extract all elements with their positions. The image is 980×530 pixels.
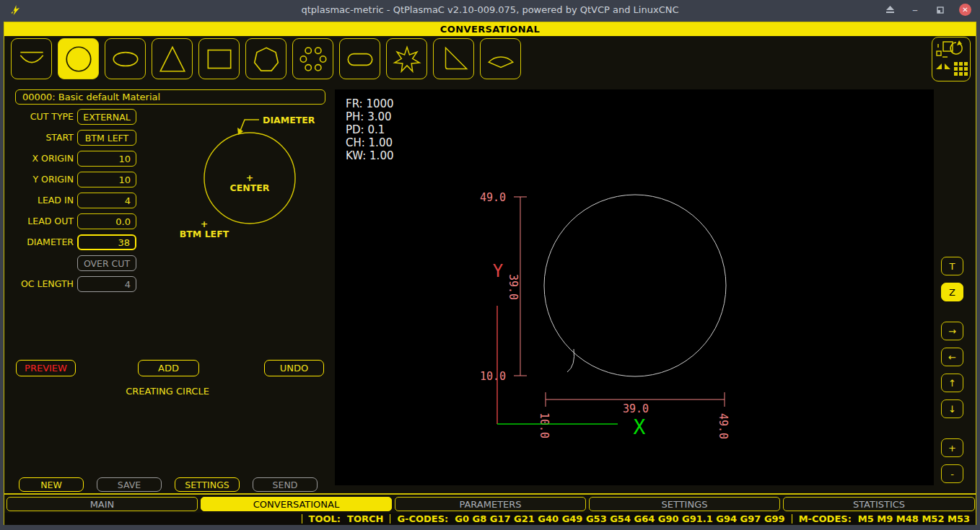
oc-length-label: OC LENGTH	[4, 276, 74, 292]
diameter-label: DIAMETER	[4, 234, 74, 250]
tab-statistics[interactable]: STATISTICS	[783, 497, 975, 511]
lead-in-input[interactable]	[77, 193, 136, 208]
tab-conversational[interactable]: CONVERSATIONAL	[201, 497, 392, 511]
app-window: qtplasmac-metric - QtPlasmaC v2.10-009.0…	[0, 0, 980, 530]
circle-icon	[62, 43, 95, 76]
x-origin-label: X ORIGIN	[4, 151, 74, 167]
view-z-button[interactable]: Z	[941, 283, 963, 301]
shape-gusset-button[interactable]	[433, 38, 474, 79]
gcodes-value: G0 G8 G17 G21 G40 G49 G53 G54 G64 G90 G9…	[455, 513, 784, 524]
shape-triangle-button[interactable]	[152, 38, 193, 79]
triangle-icon	[156, 43, 189, 76]
save-button[interactable]: SAVE	[97, 477, 162, 492]
pan-up-button[interactable]: ↑	[941, 374, 963, 392]
x-axis-label: X	[634, 415, 646, 439]
close-button[interactable]: ✕	[959, 4, 971, 16]
conversational-status-text: CREATING CIRCLE	[4, 386, 331, 397]
shape-circle-button[interactable]	[58, 38, 99, 79]
mcodes-value: M5 M9 M48 M52 M53	[858, 513, 970, 524]
undo-button[interactable]: UNDO	[264, 360, 324, 376]
polygon-icon	[250, 43, 283, 76]
y-axis-label: Y	[493, 261, 504, 281]
tool-value: TORCH	[347, 513, 383, 524]
tabbar-separator	[4, 493, 976, 495]
x-origin-input[interactable]	[77, 151, 136, 167]
lead-in-label: LEAD IN	[4, 193, 74, 208]
statusbar: TOOL: TORCH G-CODES: G0 G8 G17 G21 G40 G…	[4, 513, 976, 525]
dim-h-right: 49.0	[717, 413, 730, 439]
gcodes-label: G-CODES:	[397, 513, 448, 524]
shape-ellipse-button[interactable]	[105, 38, 146, 79]
tool-label: TOOL:	[309, 513, 341, 524]
lead-out-label: LEAD OUT	[4, 213, 74, 229]
add-button[interactable]: ADD	[138, 360, 199, 376]
shape-polygon-button[interactable]	[245, 38, 286, 79]
gcode-preview-viewport: FR: 1000 PH: 3.00 PD: 0.1 CH: 1.00 KW: 1…	[335, 89, 934, 485]
preview-drawing: 49.0 39.0 10.0 39.0 10.0 49.0 Y X	[335, 89, 934, 485]
statusbar-separator	[390, 514, 390, 524]
statusbar-separator	[792, 514, 792, 524]
y-origin-label: Y ORIGIN	[4, 172, 74, 187]
diagram-center-label: CENTER	[230, 182, 270, 193]
start-button[interactable]: BTM LEFT	[77, 130, 136, 146]
shape-sector-button[interactable]	[480, 38, 521, 79]
shape-slot-button[interactable]	[339, 38, 380, 79]
dim-v-top: 49.0	[480, 191, 506, 204]
eject-icon	[885, 6, 895, 14]
shape-transform-button[interactable]	[932, 37, 971, 81]
y-origin-input[interactable]	[77, 172, 136, 187]
maximize-button[interactable]	[934, 4, 947, 17]
zoom-in-button[interactable]: +	[941, 438, 963, 457]
window-controls: – ✕	[883, 0, 971, 19]
cut-type-label: CUT TYPE	[4, 109, 74, 125]
part-circle-path	[544, 195, 726, 376]
star-icon	[390, 43, 424, 76]
cut-type-button[interactable]: EXTERNAL	[77, 109, 136, 125]
diameter-input[interactable]	[77, 234, 136, 250]
tab-parameters[interactable]: PARAMETERS	[395, 497, 586, 511]
rectangle-icon	[203, 43, 236, 76]
line-arc-icon	[15, 43, 48, 76]
tab-main[interactable]: MAIN	[6, 497, 198, 511]
zoom-out-button[interactable]: -	[941, 464, 963, 483]
material-select[interactable]: 00000: Basic default Material	[15, 89, 325, 105]
diameter-arrow	[240, 120, 259, 131]
main-frame: CONVERSATIONAL	[4, 22, 976, 525]
shape-rectangle-button[interactable]	[198, 38, 240, 79]
dim-h-mid: 39.0	[623, 402, 649, 415]
preview-button[interactable]: PREVIEW	[16, 360, 76, 376]
shape-star-button[interactable]	[386, 38, 427, 79]
window-title: qtplasmac-metric - QtPlasmaC v2.10-009.0…	[0, 0, 980, 19]
pan-down-button[interactable]: ↓	[941, 399, 963, 418]
minimize-button[interactable]: –	[909, 4, 922, 17]
bolt-circle-icon	[297, 43, 330, 76]
shape-line-arc-button[interactable]	[11, 38, 52, 79]
tab-settings[interactable]: SETTINGS	[589, 497, 780, 511]
send-button[interactable]: SEND	[253, 477, 318, 492]
mode-banner: CONVERSATIONAL	[4, 22, 976, 36]
oc-length-input[interactable]	[77, 276, 136, 292]
new-button[interactable]: NEW	[19, 477, 84, 492]
slot-icon	[344, 43, 377, 76]
over-cut-button[interactable]: OVER CUT	[77, 255, 136, 271]
diagram-btm-left-label: BTM LEFT	[180, 229, 229, 239]
settings-button[interactable]: SETTINGS	[175, 477, 240, 492]
view-top-button[interactable]: T	[941, 257, 963, 275]
pan-right-button[interactable]: →	[941, 322, 963, 340]
shape-bolt-circle-button[interactable]	[292, 38, 333, 79]
dim-v-mid: 39.0	[507, 274, 520, 300]
pan-left-button[interactable]: ←	[941, 348, 963, 366]
shade-button[interactable]	[883, 4, 896, 17]
lead-out-input[interactable]	[77, 213, 136, 229]
center-marker: +	[246, 172, 253, 183]
transform-tools-icon	[933, 37, 969, 79]
statusbar-separator	[302, 514, 302, 524]
gusset-icon	[437, 43, 471, 76]
sector-icon	[484, 43, 517, 76]
start-label: START	[4, 130, 74, 146]
dim-h-left: 10.0	[538, 412, 551, 438]
btm-left-marker: +	[201, 218, 208, 229]
titlebar: qtplasmac-metric - QtPlasmaC v2.10-009.0…	[0, 0, 980, 19]
diagram-diameter-label: DIAMETER	[263, 115, 315, 125]
dim-v-bot: 10.0	[480, 370, 506, 383]
